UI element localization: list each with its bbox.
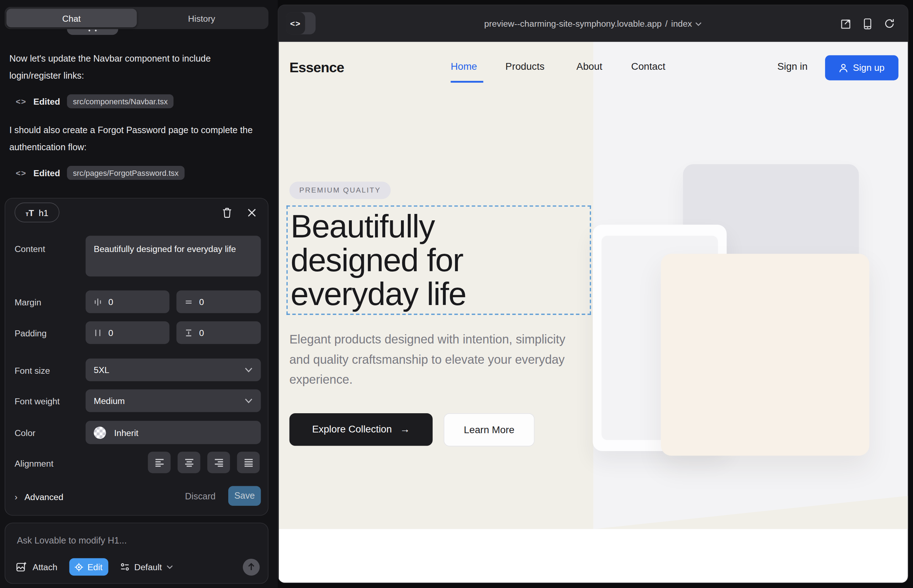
edited-file-row[interactable]: <> Edited src/components/Navbar.tsx	[16, 94, 173, 108]
transparency-swatch-icon	[94, 426, 106, 438]
arrow-right-icon: →	[400, 423, 410, 435]
chevron-down-icon	[244, 367, 253, 373]
save-button[interactable]: Save	[228, 486, 261, 506]
element-editor-panel: тT h1 Content Beautifully designed for e…	[5, 198, 269, 516]
chevron-right-icon: ›	[15, 491, 18, 501]
section-below-hero	[279, 529, 908, 583]
margin-horizontal-input[interactable]: 0	[86, 291, 169, 313]
chevron-down-icon	[244, 398, 253, 403]
edited-file-row[interactable]: <> Edited src/pages/ForgotPassword.tsx	[16, 166, 185, 180]
delete-element-button[interactable]	[219, 204, 235, 221]
alignment-label: Alignment	[15, 459, 53, 469]
align-center-icon	[184, 458, 194, 467]
site-viewport: Essence Home Products About Contact Sign…	[279, 42, 908, 583]
chat-panel: Chat History Now let's update the Navbar…	[0, 0, 278, 588]
url-separator: /	[665, 18, 668, 29]
learn-more-button[interactable]: Learn More	[444, 413, 534, 446]
hero-description: Elegant products designed with intention…	[290, 330, 584, 390]
color-label: Color	[15, 428, 36, 438]
preview-toolbar: preview--charming-site-symphony.lovable.…	[278, 5, 908, 42]
padding-vertical-icon	[184, 328, 193, 337]
align-left-icon	[154, 458, 165, 467]
font-size-select[interactable]: 5XL	[86, 359, 261, 381]
mobile-view-button[interactable]	[862, 18, 874, 29]
code-icon: <>	[16, 168, 26, 178]
content-label: Content	[15, 244, 45, 254]
url-domain: preview--charming-site-symphony.lovable.…	[484, 18, 662, 29]
target-icon	[74, 562, 83, 571]
preview-panel: preview--charming-site-symphony.lovable.…	[278, 5, 908, 583]
margin-vertical-icon	[184, 297, 193, 307]
chat-composer: Ask Lovable to modify H1... Attach Ed	[5, 522, 269, 584]
explore-collection-button[interactable]: Explore Collection →	[290, 413, 433, 446]
model-selector[interactable]: Default	[120, 562, 173, 572]
padding-vertical-input[interactable]: 0	[176, 321, 261, 344]
discard-button[interactable]: Discard	[180, 488, 220, 505]
attach-button[interactable]: Attach	[16, 561, 57, 573]
nav-link-about[interactable]: About	[576, 61, 602, 73]
color-select[interactable]: Inherit	[86, 421, 261, 444]
margin-vertical-input[interactable]: 0	[176, 291, 261, 313]
signup-button[interactable]: Sign up	[825, 55, 898, 80]
tab-history[interactable]: History	[136, 9, 266, 27]
margin-horizontal-icon	[93, 297, 102, 307]
trash-icon	[222, 207, 232, 218]
composer-toolbar: Attach Edit Default	[16, 558, 260, 576]
align-left-button[interactable]	[148, 452, 170, 473]
composer-input[interactable]: Ask Lovable to modify H1...	[17, 535, 127, 546]
padding-horizontal-icon	[93, 328, 102, 337]
attach-image-icon	[16, 561, 28, 573]
selected-element-pill[interactable]: тT h1	[15, 202, 60, 223]
close-icon	[247, 208, 256, 217]
margin-label: Margin	[15, 297, 41, 307]
file-badge[interactable]: src/components/Navbar.tsx	[67, 94, 173, 108]
refresh-button[interactable]	[884, 18, 895, 29]
code-icon: <>	[16, 97, 26, 106]
file-badge[interactable]: src/pages/ForgotPassword.tsx	[67, 166, 185, 180]
quality-badge: PREMIUM QUALITY	[290, 181, 391, 199]
chevron-down-icon	[167, 565, 173, 569]
typography-icon: тT	[26, 207, 34, 218]
edit-mode-button[interactable]: Edit	[69, 558, 108, 575]
align-center-button[interactable]	[178, 452, 201, 473]
padding-horizontal-input[interactable]: 0	[86, 321, 169, 344]
nav-link-home[interactable]: Home	[451, 61, 477, 73]
panel-tabs: Chat History	[5, 7, 269, 29]
signin-button[interactable]: Sign in	[777, 61, 808, 73]
align-justify-button[interactable]	[237, 452, 260, 473]
chat-message: I should also create a Forgot Password p…	[9, 122, 261, 155]
active-nav-underline	[451, 81, 484, 82]
refresh-icon	[884, 18, 895, 29]
code-view-toggle[interactable]: <>	[286, 12, 316, 34]
scrolled-badge-fragment	[67, 29, 118, 35]
close-panel-button[interactable]	[244, 204, 260, 221]
open-external-button[interactable]	[840, 18, 852, 29]
align-right-button[interactable]	[207, 452, 230, 473]
edited-label: Edited	[34, 97, 60, 107]
code-icon: <>	[286, 12, 305, 34]
preview-actions	[840, 5, 895, 42]
arrow-up-icon	[248, 563, 255, 571]
font-weight-select[interactable]: Medium	[86, 389, 261, 412]
url-page: index	[671, 18, 692, 29]
nav-link-products[interactable]: Products	[505, 61, 544, 73]
send-button[interactable]	[243, 559, 260, 575]
stage: Chat History Now let's update the Navbar…	[0, 0, 913, 588]
nav-link-contact[interactable]: Contact	[631, 61, 665, 73]
smartphone-icon	[863, 18, 872, 29]
align-right-icon	[213, 458, 223, 467]
align-justify-icon	[243, 458, 254, 467]
font-size-label: Font size	[15, 365, 50, 375]
url-breadcrumb[interactable]: preview--charming-site-symphony.lovable.…	[278, 5, 908, 42]
content-input[interactable]: Beautifully designed for everyday life	[86, 236, 261, 276]
element-tag: h1	[39, 207, 49, 218]
chat-message: Now let's update the Navbar component to…	[9, 50, 261, 84]
hero-heading[interactable]: Beautifully designed for everyday life	[291, 210, 466, 311]
advanced-toggle[interactable]: › Advanced	[15, 488, 63, 505]
sliders-icon	[120, 562, 130, 572]
padding-label: Padding	[15, 328, 47, 338]
site-logo[interactable]: Essence	[290, 60, 344, 76]
edited-label: Edited	[34, 168, 60, 178]
font-weight-label: Font weight	[15, 396, 60, 407]
tab-chat[interactable]: Chat	[6, 9, 136, 27]
